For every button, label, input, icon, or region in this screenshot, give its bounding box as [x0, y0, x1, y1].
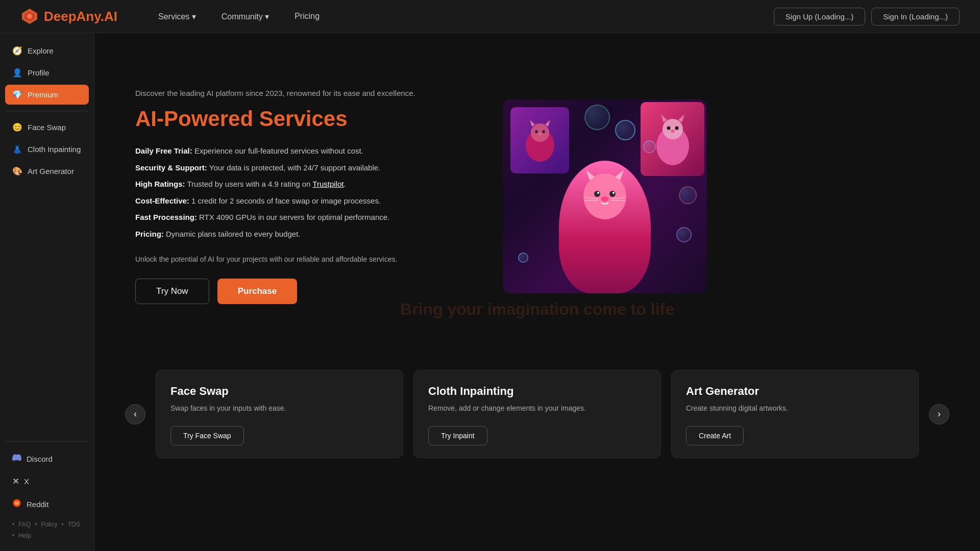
sidebar-divider-2: [5, 441, 89, 442]
card-title-art-generator: Art Generator: [686, 385, 904, 398]
sidebar-label-x: X: [24, 477, 29, 486]
sidebar-item-reddit[interactable]: Reddit: [5, 493, 89, 515]
gem-icon: 💎: [12, 90, 22, 99]
svg-point-26: [597, 192, 599, 194]
sidebar: 🧭 Explore 👤 Profile 💎 Premium 😊 Face Swa…: [0, 33, 94, 551]
trustpilot-link[interactable]: Trustpilot: [312, 180, 344, 188]
cat-image-main: [559, 161, 651, 293]
cards-section: ‹ Face Swap Swap faces in your inputs wi…: [94, 360, 980, 479]
svg-point-12: [542, 130, 545, 133]
user-icon: 👤: [12, 68, 22, 78]
try-inpaint-button[interactable]: Try Inpaint: [428, 426, 487, 445]
sidebar-label-discord: Discord: [27, 455, 53, 463]
bubble-4: [676, 227, 692, 242]
sidebar-item-x[interactable]: ✕ X: [5, 471, 89, 491]
hero-section: Discover the leading AI platform since 2…: [94, 33, 980, 360]
sidebar-label-art-generator: Art Generator: [28, 167, 74, 176]
hero-title: AI-Powered Services: [135, 107, 482, 131]
hero-unlock-text: Unlock the potential of AI for your proj…: [135, 255, 482, 263]
svg-point-25: [609, 191, 616, 197]
nav-community[interactable]: Community ▾: [211, 8, 279, 26]
sidebar-label-face-swap: Face Swap: [28, 123, 66, 132]
main-content: Discover the leading AI platform since 2…: [94, 33, 980, 551]
feature-security: Security & Support: Your data is protect…: [135, 162, 482, 174]
sidebar-divider-1: [5, 111, 89, 111]
sidebar-item-discord[interactable]: Discord: [5, 448, 89, 469]
bubble-3: [584, 105, 610, 130]
sidebar-label-profile: Profile: [28, 68, 50, 77]
logo[interactable]: DeepAny.AI: [20, 7, 117, 26]
cards-wrapper: ‹ Face Swap Swap faces in your inputs wi…: [125, 370, 949, 458]
cloth-icon: 👗: [12, 144, 22, 154]
bubble-6: [679, 186, 697, 204]
cat-image-small-1: [510, 107, 569, 173]
svg-point-5: [15, 502, 16, 503]
bubble-5: [518, 253, 528, 263]
hero-image: [503, 99, 707, 293]
hero-subtitle: Discover the leading AI platform since 2…: [135, 89, 482, 97]
card-desc-art-generator: Create stunning digital artworks.: [686, 403, 904, 414]
header-actions: Sign Up (Loading...) Sign In (Loading...…: [774, 8, 960, 26]
footer-link-tos[interactable]: TOS: [68, 521, 80, 528]
feature-processing: Fast Processing: RTX 4090 GPUs in our se…: [135, 212, 482, 223]
try-face-swap-button[interactable]: Try Face Swap: [170, 426, 244, 445]
compass-icon: 🧭: [12, 46, 22, 56]
svg-point-15: [663, 119, 683, 139]
card-desc-face-swap: Swap faces in your inputs with ease.: [170, 403, 388, 414]
logo-text: DeepAny.AI: [44, 9, 117, 24]
feature-pricing: Pricing: Dynamic plans tailored to every…: [135, 229, 482, 240]
sidebar-item-explore[interactable]: 🧭 Explore: [5, 41, 89, 61]
carousel-prev-button[interactable]: ‹: [125, 404, 145, 424]
sidebar-label-reddit: Reddit: [27, 500, 48, 509]
discord-icon: [12, 453, 21, 464]
sidebar-label-premium: Premium: [28, 90, 58, 99]
svg-point-11: [535, 130, 538, 133]
art-icon: 🎨: [12, 166, 22, 176]
footer-link-help[interactable]: Help: [18, 532, 31, 539]
x-icon: ✕: [12, 477, 19, 486]
svg-marker-10: [545, 120, 550, 127]
svg-point-13: [538, 133, 542, 135]
try-now-button[interactable]: Try Now: [135, 279, 209, 304]
feature-trial: Daily Free Trial: Experience our full-fe…: [135, 145, 482, 157]
nav-services[interactable]: Services ▾: [148, 8, 206, 26]
card-desc-cloth-inpainting: Remove, add or change elements in your i…: [428, 403, 646, 414]
create-art-button[interactable]: Create Art: [686, 426, 744, 445]
sidebar-label-explore: Explore: [28, 46, 54, 55]
svg-point-2: [27, 14, 32, 19]
hero-text: Discover the leading AI platform since 2…: [135, 89, 482, 304]
service-card-cloth-inpainting: Cloth Inpainting Remove, add or change e…: [413, 370, 661, 458]
sidebar-item-art-generator[interactable]: 🎨 Art Generator: [5, 161, 89, 181]
service-card-art-generator: Art Generator Create stunning digital ar…: [671, 370, 919, 458]
svg-marker-17: [678, 114, 684, 122]
nav-pricing[interactable]: Pricing: [284, 8, 330, 26]
svg-point-6: [17, 502, 18, 503]
signup-button[interactable]: Sign Up (Loading...): [774, 8, 865, 26]
footer-link-policy[interactable]: Policy: [41, 521, 57, 528]
sidebar-item-profile[interactable]: 👤 Profile: [5, 63, 89, 83]
card-title-cloth-inpainting: Cloth Inpainting: [428, 385, 646, 398]
sidebar-item-cloth-inpainting[interactable]: 👗 Cloth Inpainting: [5, 139, 89, 159]
sidebar-item-face-swap[interactable]: 😊 Face Swap: [5, 117, 89, 137]
sidebar-item-premium[interactable]: 💎 Premium: [5, 85, 89, 105]
feature-cost: Cost-Effective: 1 credit for 2 seconds o…: [135, 195, 482, 207]
logo-icon: [20, 7, 39, 26]
svg-point-27: [612, 192, 615, 194]
svg-point-18: [667, 126, 670, 130]
svg-point-4: [15, 501, 19, 506]
svg-point-8: [531, 123, 549, 142]
sidebar-label-cloth-inpainting: Cloth Inpainting: [28, 145, 81, 154]
svg-marker-9: [530, 120, 535, 127]
hero-buttons: Try Now Purchase: [135, 279, 482, 304]
cat-image-small-2: [641, 102, 704, 176]
reddit-icon: [12, 498, 21, 510]
signin-button[interactable]: Sign In (Loading...): [871, 8, 960, 26]
carousel-next-button[interactable]: ›: [929, 404, 949, 424]
face-icon: 😊: [12, 122, 22, 132]
purchase-button[interactable]: Purchase: [217, 279, 298, 304]
sidebar-footer: • FAQ • Policy • TOS • Help: [5, 517, 89, 543]
footer-link-faq[interactable]: FAQ: [18, 521, 31, 528]
svg-point-28: [601, 196, 608, 202]
hero-image-placeholder: [503, 99, 707, 293]
svg-point-19: [675, 126, 678, 130]
